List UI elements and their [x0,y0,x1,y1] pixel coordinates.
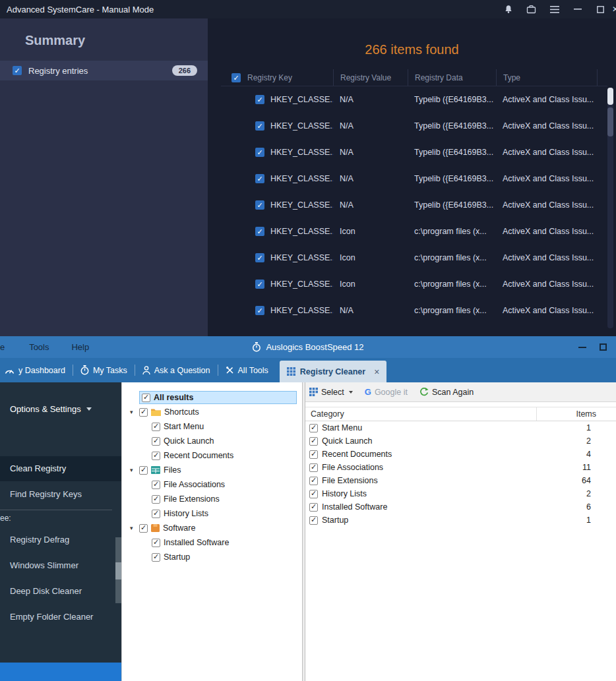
tab-my-tasks[interactable]: My Tasks [73,358,135,382]
row-checkbox[interactable] [255,227,264,236]
all-results-checkbox[interactable] [142,394,150,402]
tree-item-shortcuts[interactable]: Shortcuts [122,405,302,419]
tree-item-quick-launch[interactable]: Quick Launch [122,434,302,448]
sidebar-item-registry-entries[interactable]: Registry entries 266 [0,61,208,80]
col-registry-data[interactable]: Registry Data [408,69,496,86]
row-checkbox[interactable] [255,121,264,131]
notification-bell-icon[interactable] [497,0,520,18]
menu-icon[interactable] [543,0,566,18]
tab-close-icon[interactable] [374,367,379,376]
col-registry-value[interactable]: Registry Value [333,69,408,86]
results-row[interactable]: File Associations 11 [305,461,616,474]
tree-item-history-lists[interactable]: History Lists [122,506,302,521]
sidebar-scrollbar[interactable] [115,537,121,603]
tree-selection[interactable]: All results [139,391,297,404]
maximize-icon[interactable] [600,343,607,351]
table-row[interactable]: HKEY_CLASSE... N/A c:\program files (x..… [221,297,607,324]
checkbox[interactable] [309,516,318,525]
sidebar-item-windows-slimmer[interactable]: Windows Slimmer [0,552,121,578]
table-row[interactable]: HKEY_CLASSE... Icon c:\program files (x.… [221,245,607,271]
sidebar-item-empty-folder-cleaner[interactable]: Empty Folder Cleaner [0,604,121,630]
results-row[interactable]: Recent Documents 4 [305,448,616,461]
tree-item-files[interactable]: Files [122,463,302,477]
row-checkbox[interactable] [255,95,264,104]
menu-help[interactable]: Help [71,342,89,352]
col-items[interactable]: Items [536,407,616,421]
minimize-icon[interactable] [566,0,589,18]
briefcase-icon[interactable] [520,0,543,18]
row-checkbox[interactable] [255,280,264,289]
checkbox[interactable] [309,490,318,498]
col-registry-key[interactable]: Registry Key [247,73,292,82]
select-button[interactable]: Select [309,388,353,397]
tree-item-file-associations[interactable]: File Associations [122,477,302,492]
checkbox[interactable] [152,510,160,518]
col-category[interactable]: Category [305,407,536,421]
tab-my-dashboard[interactable]: y Dashboard [0,358,73,382]
checkbox[interactable] [152,437,160,446]
table-row[interactable]: HKEY_CLASSE... N/A Typelib ({E64169B3...… [221,165,607,192]
minimize-icon[interactable] [578,347,586,348]
table-row[interactable]: HKEY_CLASSE... N/A Typelib ({E64169B3...… [221,86,607,113]
files-checkbox[interactable] [139,466,148,475]
col-type[interactable]: Type [496,69,597,86]
tree-item-start-menu[interactable]: Start Menu [122,419,302,434]
table-row[interactable]: HKEY_CLASSE... Icon c:\program files (x.… [221,218,607,245]
checkbox[interactable] [152,481,160,489]
checkbox[interactable] [152,495,160,504]
sidebar-item-deep-disk-cleaner[interactable]: Deep Disk Cleaner [0,578,121,604]
tab-all-tools[interactable]: All Tools [218,358,276,382]
shortcuts-checkbox[interactable] [139,408,148,417]
menu-tools[interactable]: Tools [29,342,49,352]
checkbox[interactable] [309,463,318,472]
tree-item-installed-software[interactable]: Installed Software [122,535,302,550]
menu-file[interactable]: le [0,342,5,352]
results-row[interactable]: Startup 1 [305,514,616,527]
row-checkbox[interactable] [255,200,264,210]
tree-item-software[interactable]: Software [122,521,302,535]
results-row[interactable]: History Lists 2 [305,487,616,500]
expander-icon[interactable] [130,409,136,415]
table-row[interactable]: HKEY_CLASSE... Icon c:\program files (x.… [221,271,607,297]
close-icon[interactable] [612,0,616,18]
scrollbar[interactable] [607,88,613,328]
checkbox[interactable] [309,437,318,446]
tree-item-recent-documents[interactable]: Recent Documents [122,448,302,463]
results-row[interactable]: Installed Software 6 [305,500,616,514]
registry-entries-checkbox[interactable] [13,66,22,75]
table-row[interactable]: HKEY_CLASSE... N/A Typelib ({E64169B3...… [221,192,607,218]
checkbox[interactable] [152,553,160,562]
checkbox[interactable] [152,539,160,547]
expander-icon[interactable] [130,525,136,531]
scan-again-button[interactable]: Scan Again [419,388,474,397]
sidebar-item-clean-registry[interactable]: Clean Registry [0,456,121,481]
row-checkbox[interactable] [255,306,264,315]
sidebar-scrollbar-thumb[interactable] [115,562,121,579]
scrollbar-thumb[interactable] [607,88,613,105]
checkbox[interactable] [309,503,318,512]
options-settings-dropdown[interactable]: Options & Settings [10,404,121,414]
checkbox[interactable] [152,452,160,460]
checkbox[interactable] [309,450,318,459]
checkbox[interactable] [309,477,318,485]
results-row[interactable]: Quick Launch 2 [305,434,616,448]
checkbox[interactable] [309,424,318,432]
checkbox[interactable] [152,423,160,431]
results-row[interactable]: File Extensions 64 [305,474,616,487]
row-checkbox[interactable] [255,253,264,262]
tree-item-startup[interactable]: Startup [122,550,302,564]
sidebar-item-registry-defrag[interactable]: Registry Defrag [0,527,121,552]
tree-item-file-extensions[interactable]: File Extensions [122,492,302,506]
tree-item-all-results[interactable]: All results [122,390,302,405]
table-row[interactable]: HKEY_CLASSE... N/A Typelib ({E64169B3...… [221,113,607,139]
results-row[interactable]: Start Menu 1 [305,421,616,434]
select-all-checkbox[interactable] [231,73,241,82]
software-checkbox[interactable] [139,524,148,533]
row-checkbox[interactable] [255,148,264,157]
sidebar-item-find-registry-keys[interactable]: Find Registry Keys [0,485,121,504]
table-row[interactable]: HKEY_CLASSE... N/A Typelib ({E64169B3...… [221,139,607,165]
row-checkbox[interactable] [255,174,264,183]
tab-registry-cleaner-active[interactable]: Registry Cleaner [280,361,387,382]
tab-ask-a-question[interactable]: Ask a Question [135,358,218,382]
google-it-button[interactable]: Google it [365,388,408,397]
